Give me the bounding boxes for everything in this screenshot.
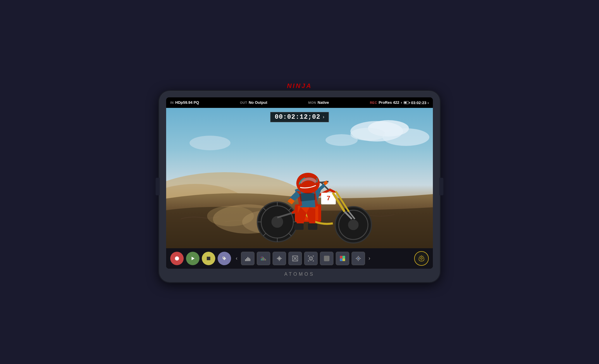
vectorscope-button[interactable]: [257, 252, 270, 265]
input-group: IN HDp59.94 PQ: [170, 100, 199, 105]
timecode-value: 00:02:12;02: [275, 113, 320, 121]
mon-value: Native: [318, 100, 329, 105]
monitor-group: MON Native: [308, 100, 329, 105]
svg-rect-87: [340, 258, 342, 261]
svg-rect-49: [250, 259, 250, 261]
svg-point-90: [358, 258, 359, 259]
tools-left-arrow[interactable]: ‹: [235, 254, 239, 263]
settings-button[interactable]: [414, 251, 429, 266]
svg-rect-48: [249, 258, 249, 261]
stop-button[interactable]: [202, 252, 215, 265]
device-wrapper: NINJA IN HDp59.94 PQ OUT No Output MON N…: [159, 82, 440, 282]
face-detect-button[interactable]: [304, 252, 318, 265]
video-scene: 7: [166, 108, 433, 248]
zebra-button[interactable]: [320, 252, 333, 265]
svg-point-14: [271, 216, 283, 228]
svg-point-72: [311, 258, 312, 258]
svg-point-4: [383, 128, 429, 146]
svg-point-6: [190, 136, 230, 150]
focus-assist-button[interactable]: [352, 252, 365, 265]
rec-arrow: ›: [401, 100, 402, 105]
svg-point-25: [348, 220, 359, 230]
brand-label: NINJA: [287, 82, 312, 90]
svg-point-41: [175, 256, 179, 261]
svg-rect-85: [340, 256, 342, 258]
controls-bar: ‹: [166, 248, 433, 269]
timecode-overlay[interactable]: 00:02:12;02 ›: [270, 112, 329, 122]
status-bar: IN HDp59.94 PQ OUT No Output MON Native …: [166, 97, 433, 108]
mon-label: MON: [308, 101, 316, 104]
waveform-button[interactable]: [241, 252, 254, 265]
rec-time: 03:02:23 ›: [404, 100, 429, 105]
time-value: 03:02:23: [411, 101, 426, 105]
crosshair-button[interactable]: [273, 252, 286, 265]
svg-rect-55: [265, 259, 266, 261]
tag-button[interactable]: [218, 252, 231, 265]
svg-rect-57: [262, 256, 262, 257]
svg-marker-42: [192, 257, 194, 260]
svg-rect-46: [246, 258, 247, 261]
rec-group: REC ProRes 422 › 03:02:23 ›: [370, 100, 429, 105]
in-label: IN: [170, 101, 174, 104]
time-arrow: ›: [428, 101, 429, 105]
device-body: IN HDp59.94 PQ OUT No Output MON Native …: [159, 91, 440, 282]
out-label: OUT: [240, 101, 247, 104]
atomos-label: ATOMOS: [166, 272, 433, 277]
svg-rect-50: [261, 259, 261, 261]
rec-codec: ProRes 422: [378, 100, 399, 105]
svg-point-71: [310, 258, 311, 258]
svg-rect-52: [263, 257, 263, 261]
transport-controls: [170, 252, 231, 265]
grid-button[interactable]: [288, 252, 302, 265]
output-group: OUT No Output: [240, 100, 267, 105]
video-area: 7: [166, 108, 433, 248]
svg-rect-45: [245, 259, 246, 261]
svg-rect-43: [207, 257, 210, 260]
record-button[interactable]: [170, 252, 184, 265]
rec-label: REC: [370, 101, 377, 104]
battery-icon: [404, 101, 410, 104]
screen: IN HDp59.94 PQ OUT No Output MON Native …: [166, 97, 433, 269]
svg-rect-56: [261, 257, 261, 258]
svg-point-44: [223, 257, 224, 258]
svg-rect-88: [342, 258, 345, 261]
timecode-arrow: ›: [323, 114, 324, 120]
out-value: No Output: [249, 100, 267, 105]
svg-rect-38: [308, 223, 317, 230]
svg-rect-51: [262, 258, 262, 261]
svg-rect-47: [247, 257, 248, 261]
svg-rect-86: [342, 256, 345, 258]
svg-text:7: 7: [327, 194, 330, 202]
false-color-button[interactable]: [336, 252, 349, 265]
svg-rect-54: [264, 258, 265, 261]
in-value: HDp59.94 PQ: [175, 100, 199, 105]
svg-rect-37: [294, 223, 304, 230]
svg-rect-53: [264, 258, 264, 261]
play-button[interactable]: [186, 252, 199, 265]
svg-point-95: [421, 258, 422, 259]
svg-point-5: [326, 134, 358, 146]
tools-right-arrow[interactable]: ›: [367, 254, 371, 263]
